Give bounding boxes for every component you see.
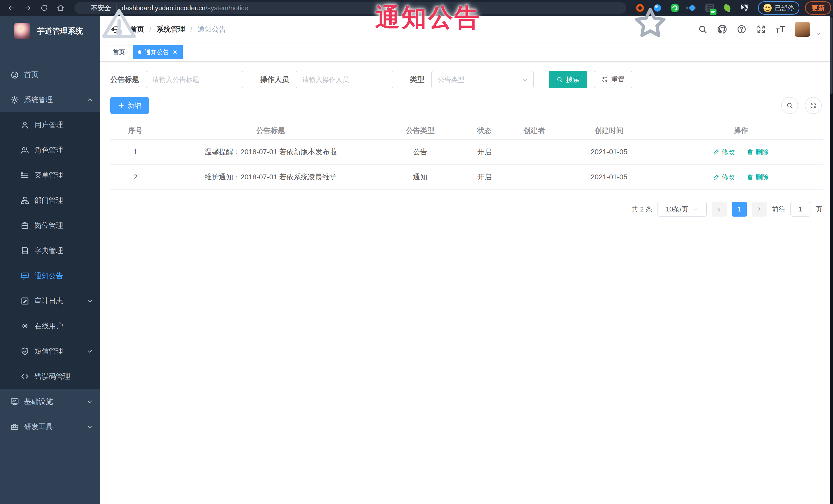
extension-icon-6[interactable] bbox=[723, 3, 732, 13]
chevron-down-icon bbox=[86, 348, 93, 355]
sidebar-item-error-codes[interactable]: 错误码管理 bbox=[0, 364, 100, 389]
sidebar-item-system[interactable]: 系统管理 bbox=[0, 87, 100, 113]
goto-page-input[interactable] bbox=[790, 202, 810, 217]
chat-icon bbox=[21, 271, 29, 280]
security-label: 不安全 bbox=[91, 4, 111, 13]
monitor-icon bbox=[10, 397, 19, 406]
type-filter-label: 类型 bbox=[410, 75, 425, 85]
title-filter-label: 公告标题 bbox=[110, 75, 139, 85]
sidebar-item-notice[interactable]: 通知公告 bbox=[0, 263, 100, 288]
operator-filter-input[interactable] bbox=[295, 71, 393, 88]
caret-down-icon[interactable] bbox=[815, 30, 822, 37]
breadcrumb-system[interactable]: 系统管理 bbox=[157, 24, 185, 34]
tag-home[interactable]: 首页 bbox=[108, 45, 130, 59]
address-bar[interactable]: 不安全 dashboard.yudao.iocoder.cn /system/n… bbox=[74, 2, 626, 14]
page-size-select[interactable]: 10条/页 bbox=[658, 202, 707, 217]
blue-drop-icon bbox=[654, 4, 661, 11]
title-filter-input[interactable] bbox=[146, 71, 243, 88]
trash-icon bbox=[747, 174, 754, 181]
extension-icon-2[interactable] bbox=[653, 3, 662, 13]
col-header-index: 序号 bbox=[110, 126, 160, 136]
docs-question-icon[interactable] bbox=[737, 24, 746, 34]
col-header-title: 公告标题 bbox=[160, 126, 381, 136]
fullscreen-icon[interactable] bbox=[756, 24, 766, 34]
font-size-icon[interactable]: TT bbox=[776, 25, 785, 34]
next-page-button[interactable] bbox=[752, 202, 767, 217]
refresh-table-button[interactable] bbox=[805, 97, 822, 114]
extension-icon-5[interactable]: on bbox=[705, 3, 714, 13]
sidebar-item-departments[interactable]: 部门管理 bbox=[0, 188, 100, 213]
scrollbar-thumb[interactable] bbox=[830, 17, 832, 94]
edit-icon bbox=[713, 149, 719, 155]
extension-icon-1[interactable] bbox=[636, 3, 645, 13]
toggle-search-button[interactable] bbox=[781, 97, 798, 114]
filter-form: 公告标题 操作人员 类型 公告类型 搜索 重置 bbox=[110, 71, 823, 88]
browser-profile-chip[interactable]: 已暂停 bbox=[758, 1, 800, 15]
cell-index: 1 bbox=[110, 148, 160, 156]
delete-link[interactable]: 删除 bbox=[747, 148, 769, 157]
sidebar-item-menus[interactable]: 菜单管理 bbox=[0, 163, 100, 188]
chevron-down-icon bbox=[86, 398, 93, 405]
add-button[interactable]: 新增 bbox=[110, 97, 149, 114]
breadcrumb-separator: / bbox=[190, 25, 192, 33]
sidebar-item-dev-tools[interactable]: 研发工具 bbox=[0, 414, 100, 439]
cell-actions: 修改 删除 bbox=[659, 173, 823, 182]
trash-icon bbox=[747, 149, 754, 155]
extension-icon-4[interactable] bbox=[688, 3, 697, 13]
sidebar-item-posts[interactable]: 岗位管理 bbox=[0, 213, 100, 238]
github-icon[interactable] bbox=[717, 24, 727, 34]
navbar-actions: TT bbox=[698, 21, 822, 37]
table-toolbar: 新增 bbox=[110, 97, 823, 114]
security-warning-icon[interactable] bbox=[80, 4, 88, 11]
tags-view-bar: 首页 通知公告 bbox=[100, 43, 833, 62]
edit-link[interactable]: 修改 bbox=[713, 148, 735, 157]
sidebar-item-users[interactable]: 用户管理 bbox=[0, 113, 100, 138]
reset-button[interactable]: 重置 bbox=[594, 71, 632, 88]
app-frame: 芋道管理系统 首页 系统管理 用户管理 角色管理 bbox=[0, 16, 833, 504]
extensions-puzzle-icon[interactable] bbox=[740, 3, 749, 13]
sidebar-item-home[interactable]: 首页 bbox=[0, 62, 100, 87]
type-select[interactable]: 公告类型 bbox=[431, 71, 534, 88]
browser-home-button[interactable] bbox=[54, 2, 67, 14]
sidebar-item-infrastructure[interactable]: 基础设施 bbox=[0, 389, 100, 414]
sidebar-item-roles[interactable]: 角色管理 bbox=[0, 138, 100, 163]
page-scrollbar[interactable] bbox=[830, 16, 833, 504]
sidebar-menu: 首页 系统管理 用户管理 角色管理 菜单管理 bbox=[0, 46, 100, 439]
green-circle-icon bbox=[670, 4, 679, 12]
edit-link[interactable]: 修改 bbox=[713, 173, 735, 182]
extension-icon-3[interactable] bbox=[670, 3, 680, 13]
browser-update-button[interactable]: 更新 bbox=[805, 1, 831, 15]
search-button[interactable]: 搜索 bbox=[549, 71, 587, 88]
table-row: 1 温馨提醒：2018-07-01 若依新版本发布啦 公告 开启 2021-01… bbox=[110, 140, 823, 165]
page-unit-label: 页 bbox=[815, 205, 822, 214]
close-icon[interactable] bbox=[172, 49, 178, 55]
col-header-type: 公告类型 bbox=[381, 126, 459, 136]
blue-diamond-icon bbox=[689, 4, 696, 11]
cell-created: 2021-01-05 bbox=[559, 173, 659, 181]
app-title: 芋道管理系统 bbox=[37, 26, 83, 37]
sidebar-item-audit-log[interactable]: 审计日志 bbox=[0, 288, 100, 314]
browser-reload-button[interactable] bbox=[38, 2, 50, 14]
active-dot bbox=[138, 50, 141, 54]
cell-status: 开启 bbox=[459, 172, 509, 182]
main-area: 首页 / 系统管理 / 通知公告 TT 首页 bbox=[100, 16, 833, 504]
avatar[interactable] bbox=[795, 22, 810, 37]
url-path: /system/notice bbox=[206, 4, 248, 12]
col-header-status: 状态 bbox=[459, 126, 509, 136]
book-icon bbox=[21, 246, 29, 255]
online-icon bbox=[21, 322, 29, 331]
notice-table: 序号 公告标题 公告类型 状态 创建者 创建时间 操作 1 温馨提醒：2018-… bbox=[110, 122, 823, 190]
tag-notice[interactable]: 通知公告 bbox=[133, 45, 183, 59]
prev-page-button[interactable] bbox=[712, 202, 727, 217]
current-page-button[interactable]: 1 bbox=[732, 202, 747, 217]
cell-created: 2021-01-05 bbox=[559, 148, 659, 156]
sidebar-item-online-users[interactable]: 在线用户 bbox=[0, 314, 100, 339]
search-icon[interactable] bbox=[698, 24, 708, 34]
sidebar-item-sms[interactable]: 短信管理 bbox=[0, 339, 100, 364]
browser-forward-button[interactable] bbox=[22, 2, 34, 14]
bookmark-star-icon[interactable] bbox=[612, 4, 620, 12]
extensions-area: on bbox=[636, 3, 749, 13]
sidebar-item-dict[interactable]: 字典管理 bbox=[0, 238, 100, 263]
browser-back-button[interactable] bbox=[5, 2, 18, 14]
delete-link[interactable]: 删除 bbox=[747, 173, 769, 182]
